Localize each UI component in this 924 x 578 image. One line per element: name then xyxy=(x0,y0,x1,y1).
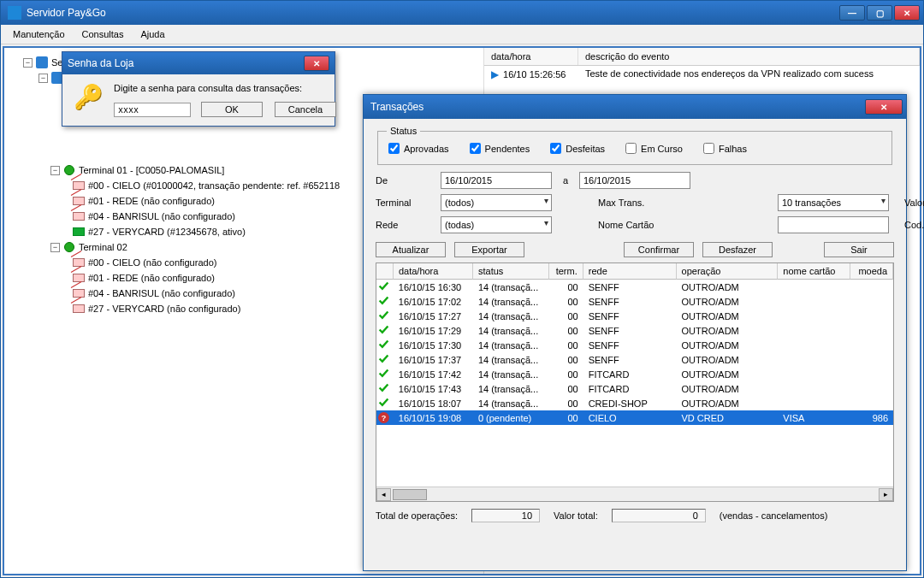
check-icon xyxy=(378,339,389,350)
input-date-to[interactable] xyxy=(579,172,690,189)
password-dialog: Senha da Loja ✕ 🔑 Digite a senha para co… xyxy=(62,51,335,127)
lbl-total-ops: Total de operações: xyxy=(376,510,458,521)
chk-emcurso[interactable]: Em Curso xyxy=(625,143,683,154)
check-icon xyxy=(378,280,389,292)
expander-icon[interactable]: − xyxy=(23,58,33,68)
check-icon xyxy=(378,324,389,335)
input-date-from[interactable] xyxy=(441,172,552,189)
minimize-button[interactable]: — xyxy=(839,5,865,21)
status-fieldset: Status Aprovadas Pendentes Desfeitas Em … xyxy=(377,126,892,165)
grid-row[interactable]: ? 16/10/15 19:08 0 (pendente) 00 CIELO V… xyxy=(376,410,893,425)
grid-row[interactable]: 16/10/15 17:43 14 (transaçã... 00 FITCAR… xyxy=(376,381,893,396)
transactions-window: Transações ✕ Status Aprovadas Pendentes … xyxy=(363,94,907,571)
card-icon xyxy=(73,303,85,315)
pending-icon: ? xyxy=(378,412,389,423)
scroll-right-icon[interactable]: ▸ xyxy=(879,488,893,501)
close-button[interactable]: ✕ xyxy=(894,5,920,21)
scroll-thumb[interactable] xyxy=(393,489,427,500)
grid-header[interactable]: data/hora status term. rede operação nom… xyxy=(376,263,893,280)
card-icon xyxy=(73,210,85,222)
val-valor-total: 0 xyxy=(612,509,706,522)
btn-desfazer[interactable]: Desfazer xyxy=(702,242,773,257)
app-icon xyxy=(8,6,21,20)
check-icon xyxy=(378,382,389,393)
check-icon xyxy=(378,368,389,379)
status-dot-icon xyxy=(63,164,75,176)
lbl-nomecartao: Nome Cartão xyxy=(579,220,773,230)
grid-row[interactable]: 16/10/15 17:42 14 (transaçã... 00 FITCAR… xyxy=(376,367,893,381)
grid-scrollbar[interactable]: ◂ ▸ xyxy=(376,487,893,501)
dialog-close-button[interactable]: ✕ xyxy=(304,56,329,71)
select-rede[interactable]: (todas) xyxy=(441,216,552,233)
lbl-codautoriz: Cod. Autoriz xyxy=(894,220,924,230)
col-term[interactable]: term. xyxy=(549,263,583,280)
btn-confirmar[interactable]: Confirmar xyxy=(624,242,694,257)
btn-exportar[interactable]: Exportar xyxy=(454,242,524,257)
col-rede[interactable]: rede xyxy=(583,263,677,280)
expander-icon[interactable]: − xyxy=(38,74,48,83)
main-title: Servidor Pay&Go xyxy=(27,7,838,19)
transactions-titlebar[interactable]: Transações ✕ xyxy=(364,95,906,119)
lbl-maxtrans: Max Trans. xyxy=(579,198,773,208)
dialog-title: Senha da Loja xyxy=(68,57,302,69)
col-nomecartao[interactable]: nome cartão xyxy=(778,263,850,280)
transactions-close-button[interactable]: ✕ xyxy=(865,99,903,115)
lbl-de: De xyxy=(376,175,435,186)
check-icon xyxy=(378,353,389,364)
input-nomecartao[interactable] xyxy=(778,216,889,233)
key-icon: 🔑 xyxy=(74,83,102,111)
lbl-rede: Rede xyxy=(376,220,435,230)
lbl-terminal: Terminal xyxy=(376,198,435,208)
dialog-message: Digite a senha para consulta das transaç… xyxy=(114,83,336,93)
event-row[interactable]: ▶ 16/10 15:26:56 Teste de conectividade … xyxy=(484,66,920,83)
scroll-left-icon[interactable]: ◂ xyxy=(376,488,391,501)
status-dot-icon xyxy=(63,241,75,253)
menubar: Manutenção Consultas Ajuda xyxy=(1,25,923,44)
play-icon: ▶ xyxy=(491,68,499,80)
select-terminal[interactable]: (todos) xyxy=(441,194,552,211)
chk-falhas[interactable]: Falhas xyxy=(703,143,747,154)
btn-sair[interactable]: Sair xyxy=(824,242,894,257)
status-legend: Status xyxy=(387,126,420,136)
col-datahora[interactable]: data/hora xyxy=(394,263,473,280)
cancel-button[interactable]: Cancela xyxy=(275,102,336,117)
event-col-datetime: data/hora xyxy=(484,48,578,65)
col-status[interactable]: status xyxy=(473,263,549,280)
menu-ajuda[interactable]: Ajuda xyxy=(132,27,173,41)
check-icon xyxy=(378,310,389,321)
grid-row[interactable]: 16/10/15 16:30 14 (transaçã... 00 SENFF … xyxy=(376,280,893,294)
grid-row[interactable]: 16/10/15 17:30 14 (transaçã... 00 SENFF … xyxy=(376,338,893,352)
lbl-valor-total: Valor total: xyxy=(554,510,598,521)
lbl-valor-suffix: (vendas - cancelamentos) xyxy=(720,510,828,521)
col-operacao[interactable]: operação xyxy=(677,263,779,280)
menu-consultas[interactable]: Consultas xyxy=(74,27,133,41)
expander-icon[interactable]: − xyxy=(50,166,60,175)
event-col-desc: descrição do evento xyxy=(578,48,920,65)
val-total-ops: 10 xyxy=(471,509,540,522)
lbl-valor: Valor xyxy=(894,198,924,208)
grid-row[interactable]: 16/10/15 17:27 14 (transaçã... 00 SENFF … xyxy=(376,309,893,323)
ok-button[interactable]: OK xyxy=(201,102,263,117)
transactions-grid: data/hora status term. rede operação nom… xyxy=(376,262,894,502)
grid-row[interactable]: 16/10/15 17:29 14 (transaçã... 00 SENFF … xyxy=(376,323,893,338)
grid-row[interactable]: 16/10/15 17:37 14 (transaçã... 00 SENFF … xyxy=(376,352,893,367)
password-input[interactable] xyxy=(114,103,191,117)
main-titlebar[interactable]: Servidor Pay&Go — ▢ ✕ xyxy=(1,1,923,25)
card-icon xyxy=(73,226,85,238)
chk-aprovadas[interactable]: Aprovadas xyxy=(388,143,449,154)
event-header: data/hora descrição do evento xyxy=(484,48,920,66)
grid-row[interactable]: 16/10/15 17:02 14 (transaçã... 00 SENFF … xyxy=(376,294,893,309)
btn-atualizar[interactable]: Atualizar xyxy=(376,242,446,257)
chk-desfeitas[interactable]: Desfeitas xyxy=(550,143,605,154)
menu-manutencao[interactable]: Manutenção xyxy=(4,27,74,41)
maximize-button[interactable]: ▢ xyxy=(867,5,892,21)
check-icon xyxy=(378,295,389,306)
check-icon xyxy=(378,397,389,408)
expander-icon[interactable]: − xyxy=(50,243,60,252)
grid-row[interactable]: 16/10/15 18:07 14 (transaçã... 00 CREDI-… xyxy=(376,396,893,410)
chk-pendentes[interactable]: Pendentes xyxy=(470,143,530,154)
dialog-titlebar[interactable]: Senha da Loja ✕ xyxy=(62,52,335,74)
col-moeda[interactable]: moeda xyxy=(850,263,893,280)
select-maxtrans[interactable]: 10 transações xyxy=(778,194,889,211)
server-icon xyxy=(36,56,48,68)
